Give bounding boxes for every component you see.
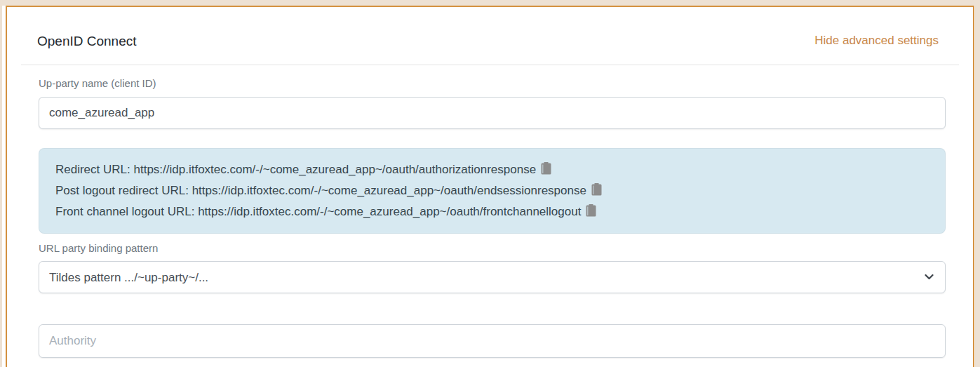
panel-title: OpenID Connect [37, 33, 137, 49]
header-divider [21, 65, 959, 65]
redirect-url-text: Redirect URL: https://idp.itfoxtec.com/-… [55, 163, 536, 176]
url-party-binding-pattern-select-wrap: Tildes pattern .../~up-party~/... [39, 261, 946, 293]
page-background-edge-top [0, 0, 980, 6]
page-background-edge-right [975, 0, 980, 367]
url-party-binding-pattern-select[interactable]: Tildes pattern .../~up-party~/... [39, 261, 946, 293]
copy-to-clipboard-icon[interactable] [591, 183, 602, 196]
redirect-urls-info-box: Redirect URL: https://idp.itfoxtec.com/-… [39, 148, 946, 234]
url-party-binding-pattern-label: URL party binding pattern [39, 241, 946, 255]
post-logout-redirect-url-text: Post logout redirect URL: https://idp.it… [55, 184, 586, 197]
copy-to-clipboard-icon[interactable] [541, 162, 551, 175]
front-channel-logout-url-line: Front channel logout URL: https://idp.it… [55, 201, 931, 222]
openid-connect-panel: OpenID Connect Hide advanced settings Up… [6, 6, 974, 367]
url-party-binding-pattern-group: URL party binding pattern Tildes pattern… [39, 241, 946, 293]
authority-group [39, 324, 946, 358]
panel-header: OpenID Connect Hide advanced settings [7, 7, 973, 49]
up-party-name-group: Up-party name (client ID) [39, 76, 946, 129]
form-area: Up-party name (client ID) Redirect URL: … [7, 76, 973, 358]
redirect-url-line: Redirect URL: https://idp.itfoxtec.com/-… [55, 159, 931, 180]
copy-to-clipboard-icon[interactable] [586, 204, 596, 217]
page-background-edge-left [0, 0, 2, 367]
hide-advanced-settings-link[interactable]: Hide advanced settings [814, 33, 939, 48]
up-party-name-label: Up-party name (client ID) [39, 76, 946, 90]
front-channel-logout-url-text: Front channel logout URL: https://idp.it… [55, 205, 581, 218]
authority-input[interactable] [39, 324, 946, 358]
up-party-name-input[interactable] [39, 97, 946, 129]
post-logout-redirect-url-line: Post logout redirect URL: https://idp.it… [55, 180, 931, 201]
